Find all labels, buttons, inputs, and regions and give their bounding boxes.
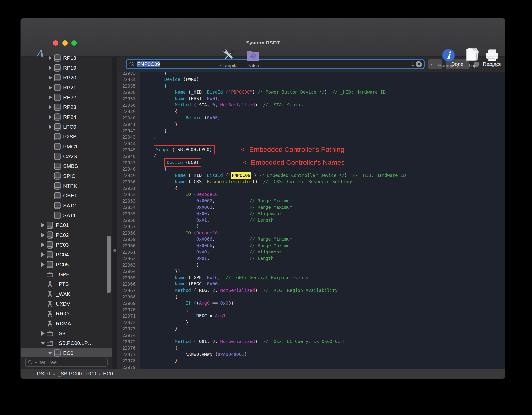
code-text[interactable]: Name (_GPE, 0x16) // _GPE: General Purpo… [140, 274, 308, 281]
code-text[interactable]: { [140, 83, 167, 89]
sidebar-item-rp23[interactable]: RP23 [21, 102, 112, 112]
code-line[interactable]: 22941 } [117, 121, 505, 127]
sidebar-item-smbs[interactable]: SMBS [21, 161, 112, 171]
sidebar-item-rrio[interactable]: RRIO [21, 309, 112, 319]
sidebar-scrollbar-thumb[interactable] [107, 236, 111, 293]
code-text[interactable]: 0x00, // Alignment [140, 210, 282, 217]
chevron-collapsed-icon[interactable] [47, 115, 54, 119]
sidebar-item-rp21[interactable]: RP21 [21, 83, 112, 92]
code-text[interactable]: IO (Decode16, [140, 230, 220, 236]
chevron-collapsed-icon[interactable] [39, 233, 46, 237]
code-text[interactable]: } [140, 134, 156, 140]
code-line[interactable]: 22950 Name (_CRS, ResourceTemplate () //… [117, 178, 505, 185]
sidebar-item-ntpk[interactable]: NTPK [21, 181, 112, 191]
chevron-collapsed-icon[interactable] [47, 75, 54, 80]
sidebar-item-sat2[interactable]: SAT2 [21, 201, 112, 210]
code-line[interactable]: 22976 { [117, 345, 505, 351]
code-text[interactable]: ) [140, 262, 199, 268]
split-divider[interactable] [112, 57, 117, 369]
code-line[interactable]: 22978 } [117, 357, 505, 364]
code-line[interactable]: 22954 0x0062, // Range Maximum [117, 204, 505, 210]
code-text[interactable]: Method (_STA, 0, NotSerialized) // _STA:… [140, 102, 303, 108]
code-line[interactable]: 22938 Method (_STA, 0, NotSerialized) //… [117, 102, 505, 108]
code-text[interactable]: 0x0066, // Range Maximum [140, 242, 292, 249]
chevron-collapsed-icon[interactable] [39, 331, 46, 336]
chevron-expanded-icon[interactable] [39, 342, 46, 345]
code-line[interactable]: 22966 Name (REGC, 0x00) [117, 281, 505, 287]
code-text[interactable]: { [140, 185, 178, 191]
code-text[interactable]: { [140, 294, 178, 300]
code-line[interactable]: 22979 [117, 364, 505, 369]
sidebar-item-p2sb[interactable]: P2SB [21, 132, 112, 142]
code-line[interactable]: 22973 } [117, 326, 505, 332]
sidebar-item-rp24[interactable]: RP24 [21, 112, 112, 122]
code-line[interactable]: 22956 0x01, // Length [117, 217, 505, 223]
split-divider-handle[interactable] [113, 249, 116, 252]
chevron-collapsed-icon[interactable] [47, 56, 54, 60]
code-text[interactable]: Return (0x0F) [140, 115, 220, 121]
chevron-collapsed-icon[interactable] [47, 85, 54, 90]
code-line[interactable]: 22933 { [117, 72, 505, 76]
chevron-collapsed-icon[interactable] [47, 125, 54, 129]
code-text[interactable]: } [140, 127, 167, 134]
chevron-collapsed-icon[interactable] [39, 223, 46, 227]
sidebar-item--sb-pc00-lp-[interactable]: _SB.PC00.LP… [21, 338, 112, 348]
sidebar-item-uxdv[interactable]: UXDV [21, 299, 112, 309]
code-line[interactable]: 22965 Name (_GPE, 0x16) // _GPE: General… [117, 274, 505, 281]
code-line[interactable]: 22937 Name (PBST, 0x01) [117, 95, 505, 102]
code-line[interactable]: 22949 Name (_HID, EisaId ("PNP0C09") /* … [117, 172, 505, 178]
code-text[interactable]: } [140, 121, 178, 127]
clear-search-button[interactable]: ✕ [416, 61, 422, 67]
code-text[interactable]: Method (_REG, 2, NotSerialized) // _REG:… [140, 287, 338, 294]
code-line[interactable]: 22960 0x0066, // Range Maximum [117, 242, 505, 249]
search-menu-icon[interactable] [129, 61, 135, 67]
code-line[interactable]: 22963 ) [117, 262, 505, 268]
code-line[interactable]: 22957 ) [117, 223, 505, 230]
code-editor[interactable]: 22933 {22934 Device (PWRB)22935 {22936 N… [117, 72, 505, 369]
code-line[interactable]: 22953 0x0062, // Range Minimum [117, 198, 505, 204]
chevron-collapsed-icon[interactable] [47, 95, 54, 100]
breadcrumb-part[interactable]: EC0 [103, 371, 113, 376]
chevron-expanded-icon[interactable] [47, 352, 54, 355]
code-text[interactable]: Name (_HID, EisaId ("PNP0C09") /* Embedd… [140, 172, 406, 179]
code-text[interactable]: { [140, 72, 167, 76]
code-text[interactable]: Name (_HID, EisaId ("PNP0C0C") /* Power … [140, 89, 386, 95]
sidebar-item-ec0[interactable]: EC0 [21, 348, 112, 357]
toolbar-item-print[interactable]: Print [479, 47, 505, 68]
sidebar-item-pc02[interactable]: PC02 [21, 230, 112, 240]
code-line[interactable]: 22968 { [117, 294, 505, 300]
code-line[interactable]: 22935 { [117, 83, 505, 89]
code-text[interactable]: Device (EC0) [140, 158, 201, 167]
code-line[interactable]: 22959 0x0066, // Range Minimum [117, 236, 505, 242]
code-text[interactable]: Method (_Q01, 0, NotSerialized) // _Qxx:… [140, 338, 346, 345]
code-text[interactable]: ) [140, 223, 199, 230]
code-text[interactable]: Name (_CRS, ResourceTemplate () // _CRS:… [140, 178, 354, 185]
find-search-field[interactable]: PNP0C09 1 ✕ [126, 59, 425, 69]
sidebar-item-pc01[interactable]: PC01 [21, 220, 112, 230]
sidebar-item--wak[interactable]: _WAK [21, 289, 112, 299]
sidebar-item-rp19[interactable]: RP19 [21, 63, 112, 73]
code-line[interactable]: 22947<- Embedded Controller's Names Devi… [117, 159, 505, 166]
code-text[interactable]: Name (PBST, 0x01) [140, 95, 220, 102]
toolbar-item-patch[interactable]: Patch [240, 47, 267, 68]
sidebar-item-spic[interactable]: SPIC [21, 171, 112, 181]
code-text[interactable]: 0x00, // Alignment [140, 249, 282, 255]
sidebar-item-sat1[interactable]: SAT1 [21, 210, 112, 220]
code-text[interactable]: REGC = Arg1 [140, 313, 226, 319]
code-line[interactable]: 22958 IO (Decode16, [117, 230, 505, 236]
sidebar-item-rp22[interactable]: RP22 [21, 92, 112, 102]
code-line[interactable]: 22974 [117, 332, 505, 338]
code-line[interactable]: 22971 REGC = Arg1 [117, 313, 505, 319]
code-line[interactable]: 22945<- Embedded Controller's Pathing Sc… [117, 147, 505, 153]
code-text[interactable]: 0x0062, // Range Minimum [140, 198, 292, 204]
sidebar-item--sb[interactable]: _SB [21, 328, 112, 338]
sidebar-item-rdma[interactable]: RDMA [21, 319, 112, 328]
filter-tree-input[interactable]: Filter Tree [25, 358, 108, 367]
sidebar-item-cavs[interactable]: CAVS [21, 151, 112, 161]
breadcrumb-part[interactable]: _SB.PC00.LPC0 [58, 371, 96, 376]
code-line[interactable]: 22952 IO (Decode16, [117, 191, 505, 198]
code-line[interactable]: 22972 } [117, 319, 505, 326]
toolbar-item-summary[interactable]: iSummary [435, 47, 462, 68]
code-line[interactable]: 22967 Method (_REG, 2, NotSerialized) //… [117, 287, 505, 294]
code-text[interactable]: } [140, 319, 188, 326]
